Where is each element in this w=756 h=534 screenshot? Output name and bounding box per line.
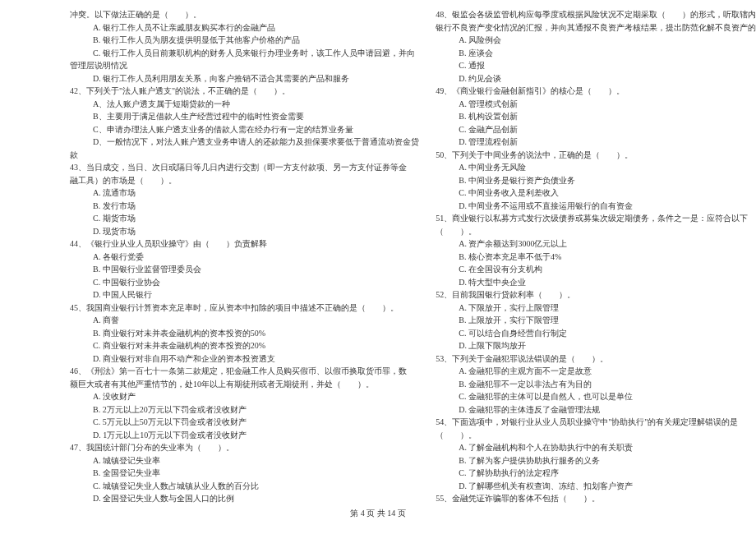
option-line: D. 中国人民银行 [70,288,419,302]
option-line: D. 了解哪些机关有权查询、冻结、扣划客户资产 [436,480,756,493]
option-line: A、法人账户透支属于短期贷款的一种 [70,98,419,111]
option-line: C. 5万元以上50万元以下罚金或者没收财产 [70,416,419,429]
option-line: B. 发行市场 [70,200,419,213]
question-line: 54、下面选项中，对银行业从业人员职业操守中"协助执行"的有关规定理解错误的是 [436,416,756,429]
question-line: 50、下列关于中间业务的说法中，正确的是（ ）。 [436,149,756,162]
option-line: D. 上限下限均放开 [436,339,756,352]
option-line: B. 2万元以上20万元以下罚金或者没收财产 [70,403,419,417]
question-line: 55、金融凭证诈骗罪的客体不包括（ ）。 [436,492,756,505]
question-line: 43、当日成交，当日、次日或隔日等几日内进行交割（即一方支付款项、另一方支付证券… [70,161,419,174]
option-line: C. 城镇登记失业人数占城镇从业人数的百分比 [70,480,419,493]
option-line: D. 管理流程创新 [436,136,756,149]
option-line: C. 可以结合自身经营自行制定 [436,327,756,340]
option-line: C. 通报 [436,59,756,72]
question-line: 47、我国统计部门分布的失业率为（ ）。 [70,441,419,454]
option-line: B. 上限放开，实行下限管理 [436,314,756,327]
option-line: A. 管理模式创新 [436,98,756,111]
option-line: A. 了解金融机构和个人在协助执行中的有关职责 [436,441,756,454]
option-line: B. 金融犯罪不一定以非法占有为目的 [436,378,756,391]
option-line: D. 金融犯罪的主体违反了金融管理法规 [436,403,756,417]
option-line: A. 各银行党委 [70,251,419,264]
question-line: 44、《银行业从业人员职业操守》由（ ）负责解释 [70,237,419,251]
option-line: D. 商业银行对非自用不动产和企业的资本投资透支 [70,352,419,366]
option-line: A. 下限放开，实行上限管理 [436,302,756,315]
option-line: B. 了解为客户提供协助执行服务的义务 [436,454,756,467]
option-line: B. 座谈会 [436,47,756,60]
question-line: 融工具）的市场是（ ）。 [70,174,419,187]
option-line: C. 中间业务收入是利差收入 [436,186,756,200]
option-line: D. 现货市场 [70,225,419,238]
option-line: C、申请办理法人账户透支业务的借款人需在经办行有一定的结算业务量 [70,123,419,136]
question-line: 冲突。以下做法正确的是（ ）。 [70,8,419,21]
option-line: A. 风险例会 [436,34,756,47]
option-line: C. 期货市场 [70,212,419,225]
option-line: C. 金融产品创新 [436,123,756,136]
option-line: B. 机构设置创新 [436,110,756,123]
question-line: 42、下列关于"法人账户透支"的说法，不正确的是（ ）。 [70,85,419,98]
two-column-layout: 冲突。以下做法正确的是（ ）。A. 银行工作人员不让亲戚朋友购买本行的金融产品B… [0,8,756,505]
option-line: D. 约见会谈 [436,72,756,85]
option-line: D. 银行工作人员利用朋友关系，向客户推销不适合其需要的产品和服务 [70,72,419,85]
option-line: A. 金融犯罪的主观方面不一定是故意 [436,365,756,378]
question-line: 51、商业银行以私募方式发行次级债券或募集次级定期债务，条件之一是：应符合以下 [436,212,756,225]
option-line: A. 城镇登记失业率 [70,454,419,467]
option-line: B. 银行工作人员为朋友提供明显低于其他客户价格的产品 [70,34,419,47]
exam-page: 冲突。以下做法正确的是（ ）。A. 银行工作人员不让亲戚朋友购买本行的金融产品B… [0,0,756,534]
option-line: B. 核心资本充足率不低于4% [436,251,756,264]
right-column: 48、银监会各级监管机构应每季度或根据风险状况不定期采取（ ）的形式，听取辖内商… [436,8,756,505]
option-line: C. 中国银行业协会 [70,276,419,289]
question-line: 48、银监会各级监管机构应每季度或根据风险状况不定期采取（ ）的形式，听取辖内商… [436,8,756,21]
option-line: B. 商业银行对未并表金融机构的资本投资的50% [70,327,419,340]
option-line: D. 1万元以上10万元以下罚金或者没收财产 [70,429,419,442]
option-line: B. 全国登记失业率 [70,467,419,480]
left-column: 冲突。以下做法正确的是（ ）。A. 银行工作人员不让亲戚朋友购买本行的金融产品B… [70,8,419,505]
option-line: C. 银行工作人员目前兼职机构的财务人员来银行办理业务时，该工作人员申请回避，并… [70,47,419,60]
option-line: A. 资产余额达到3000亿元以上 [436,237,756,251]
option-line: C. 了解协助执行的法定程序 [436,467,756,480]
question-line: 53、下列关于金融犯罪说法错误的是（ ）。 [436,352,756,366]
option-line: C. 金融犯罪的主体可以是自然人，也可以是单位 [436,390,756,403]
option-line: A. 没收财产 [70,390,419,403]
option-line: A. 流通市场 [70,186,419,200]
option-line: D. 中间业务不运用或不直接运用银行的自有资金 [436,200,756,213]
question-line: （ ）。 [436,225,756,238]
option-line: B、主要用于满足借款人生产经营过程中的临时性资金需要 [70,110,419,123]
option-line: D. 全国登记失业人数与全国人口的比例 [70,492,419,505]
question-line: （ ）。 [436,429,756,442]
question-line: 款 [70,149,419,162]
option-line: B. 中国银行业监督管理委员会 [70,263,419,276]
question-line: 45、我国商业银行计算资本充足率时，应从资本中扣除的项目中描述不正确的是（ ）。 [70,302,419,315]
option-line: C. 在全国设有分支机构 [436,263,756,276]
question-line: 46、《刑法》第一百七十一条第二款规定，犯金融工作人员购买假币、以假币换取货币罪… [70,365,419,378]
option-line: A. 银行工作人员不让亲戚朋友购买本行的金融产品 [70,21,419,35]
option-line: D、一般情况下，对法人账户透支业务申请人的还款能力及担保要求要低于普通流动资金贷 [70,136,419,149]
question-line: 银行不良资产变化情况的汇报，并向其通报不良资产考核结果，提出防范化解不良资产的意… [436,21,756,35]
option-line: A. 商誉 [70,314,419,327]
option-line: B. 中间业务是银行资产负债业务 [436,174,756,187]
question-line: 49、《商业银行金融创新指引》的核心是（ ）。 [436,85,756,98]
option-line: D. 特大型中央企业 [436,276,756,289]
question-line: 52、目前我国银行贷款利率（ ）。 [436,288,756,302]
question-line: 管理层说明情况 [70,59,419,72]
question-line: 额巨大或者有其他严重情节的，处10年以上有期徒刑或者无期徒刑，并处（ ）。 [70,378,419,391]
option-line: A. 中间业务无风险 [436,161,756,174]
page-footer: 第 4 页 共 14 页 [0,508,756,519]
option-line: C. 商业银行对未并表金融机构的资本投资的20% [70,339,419,352]
